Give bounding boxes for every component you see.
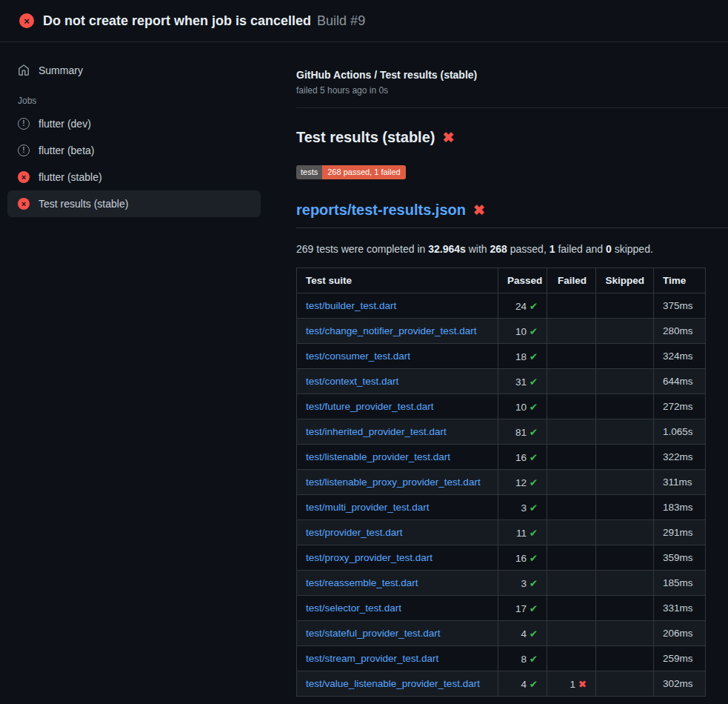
report-file-link[interactable]: reports/test-results.json xyxy=(296,202,466,219)
time-cell: 185ms xyxy=(654,571,706,596)
failed-cell xyxy=(547,545,596,571)
test-suite-link[interactable]: test/context_test.dart xyxy=(306,376,398,387)
table-row: test/inherited_provider_test.dart81 ✔1.0… xyxy=(297,419,706,445)
time-cell: 272ms xyxy=(654,394,706,419)
passed-cell: 8 ✔ xyxy=(498,646,547,671)
skipped-cell xyxy=(596,369,654,394)
failed-status-icon: × xyxy=(19,13,34,28)
check-icon: ✔ xyxy=(530,351,538,362)
summary-duration: 32.964s xyxy=(428,243,466,255)
page-layout: Summary Jobs ! flutter (dev) ! flutter (… xyxy=(0,42,728,697)
test-suite-link[interactable]: test/provider_test.dart xyxy=(306,527,403,538)
table-row: test/proxy_provider_test.dart16 ✔359ms xyxy=(297,545,706,571)
test-suite-link[interactable]: test/selector_test.dart xyxy=(306,602,401,614)
passed-cell: 31 ✔ xyxy=(498,369,547,394)
test-suite-link[interactable]: test/value_listenable_provider_test.dart xyxy=(306,678,480,689)
table-row: test/provider_test.dart11 ✔291ms xyxy=(297,520,706,545)
test-suite-link[interactable]: test/future_provider_test.dart xyxy=(306,401,434,412)
sidebar-item-summary[interactable]: Summary xyxy=(7,57,261,84)
test-suite-link[interactable]: test/stream_provider_test.dart xyxy=(306,653,438,664)
check-icon: ✔ xyxy=(530,477,538,488)
sidebar-item-test-results-stable[interactable]: × Test results (stable) xyxy=(7,190,261,217)
home-icon xyxy=(18,64,30,76)
test-suite-link[interactable]: test/consumer_test.dart xyxy=(306,351,410,362)
test-summary-line: 269 tests were completed in 32.964s with… xyxy=(296,243,728,255)
time-cell: 1.065s xyxy=(654,419,706,445)
neutral-status-icon: ! xyxy=(18,145,30,156)
table-row: test/value_listenable_provider_test.dart… xyxy=(297,671,706,697)
header-passed: Passed xyxy=(498,268,547,293)
passed-cell: 16 ✔ xyxy=(498,545,547,571)
test-suite-link[interactable]: test/inherited_provider_test.dart xyxy=(306,426,447,437)
skipped-cell xyxy=(596,596,654,621)
suite-cell: test/stateful_provider_test.dart xyxy=(297,621,498,646)
failed-cell xyxy=(547,495,596,520)
passed-cell: 3 ✔ xyxy=(498,571,547,596)
test-suite-link[interactable]: test/proxy_provider_test.dart xyxy=(306,552,433,563)
passed-cell: 24 ✔ xyxy=(498,293,547,319)
skipped-cell xyxy=(596,520,654,545)
check-icon: ✔ xyxy=(530,628,538,640)
header-failed: Failed xyxy=(547,268,596,293)
test-suite-link[interactable]: test/stateful_provider_test.dart xyxy=(306,628,441,639)
table-row: test/listenable_provider_test.dart16 ✔32… xyxy=(297,445,706,470)
test-suite-link[interactable]: test/listenable_proxy_provider_test.dart xyxy=(306,476,481,488)
table-row: test/listenable_proxy_provider_test.dart… xyxy=(297,470,706,495)
skipped-cell xyxy=(596,495,654,520)
skipped-cell xyxy=(596,671,654,697)
skipped-cell xyxy=(596,545,654,571)
suite-cell: test/value_listenable_provider_test.dart xyxy=(297,671,498,697)
test-suite-link[interactable]: test/builder_test.dart xyxy=(306,300,396,311)
time-cell: 311ms xyxy=(654,470,706,495)
sidebar: Summary Jobs ! flutter (dev) ! flutter (… xyxy=(0,42,296,217)
table-row: test/reassemble_test.dart3 ✔185ms xyxy=(297,571,706,596)
passed-cell: 16 ✔ xyxy=(498,445,547,470)
passed-cell: 4 ✔ xyxy=(498,671,547,697)
sidebar-item-flutter-stable[interactable]: × flutter (stable) xyxy=(7,164,261,190)
table-row: test/selector_test.dart17 ✔331ms xyxy=(297,596,706,621)
run-meta: failed 5 hours ago in 0s xyxy=(296,85,728,96)
skipped-cell xyxy=(596,394,654,419)
header-test-suite: Test suite xyxy=(297,268,498,293)
skipped-cell xyxy=(596,419,654,445)
suite-cell: test/consumer_test.dart xyxy=(297,344,498,369)
time-cell: 302ms xyxy=(654,671,706,697)
test-suite-link[interactable]: test/reassemble_test.dart xyxy=(306,577,418,588)
failed-cell xyxy=(547,646,596,671)
table-row: test/stream_provider_test.dart8 ✔259ms xyxy=(297,646,706,671)
sidebar-item-flutter-dev[interactable]: ! flutter (dev) xyxy=(7,110,261,137)
passed-cell: 10 ✔ xyxy=(498,394,547,419)
suite-cell: test/reassemble_test.dart xyxy=(297,571,498,596)
suite-cell: test/future_provider_test.dart xyxy=(297,394,498,419)
divider xyxy=(296,107,728,108)
build-number: Build #9 xyxy=(317,13,365,29)
table-row: test/consumer_test.dart18 ✔324ms xyxy=(297,344,706,369)
test-suite-link[interactable]: test/listenable_provider_test.dart xyxy=(306,451,450,462)
passed-cell: 3 ✔ xyxy=(498,495,547,520)
suite-cell: test/listenable_proxy_provider_test.dart xyxy=(297,470,498,495)
passed-cell: 12 ✔ xyxy=(498,470,547,495)
time-cell: 375ms xyxy=(654,293,706,319)
time-cell: 322ms xyxy=(654,445,706,470)
test-suite-link[interactable]: test/multi_provider_test.dart xyxy=(306,502,430,513)
table-row: test/multi_provider_test.dart3 ✔183ms xyxy=(297,495,706,520)
summary-passed-count: 268 xyxy=(490,243,507,255)
header-skipped: Skipped xyxy=(596,268,654,293)
test-suite-link[interactable]: test/change_notifier_provider_test.dart xyxy=(306,325,476,336)
check-icon: ✔ xyxy=(530,578,538,589)
time-cell: 259ms xyxy=(654,646,706,671)
checks-page: × Do not create report when job is cance… xyxy=(0,0,728,697)
failed-cell xyxy=(547,394,596,419)
time-cell: 644ms xyxy=(654,369,706,394)
time-cell: 291ms xyxy=(654,520,706,545)
sidebar-item-flutter-beta[interactable]: ! flutter (beta) xyxy=(7,137,261,164)
time-cell: 183ms xyxy=(654,495,706,520)
check-icon: ✔ xyxy=(530,427,538,438)
summary-failed-count: 1 xyxy=(550,243,555,255)
skipped-cell xyxy=(596,646,654,671)
main-content: GitHub Actions / Test results (stable) f… xyxy=(296,42,728,697)
check-icon: ✔ xyxy=(530,553,538,564)
failed-cell xyxy=(547,344,596,369)
skipped-cell xyxy=(596,293,654,319)
failed-cell xyxy=(547,419,596,445)
